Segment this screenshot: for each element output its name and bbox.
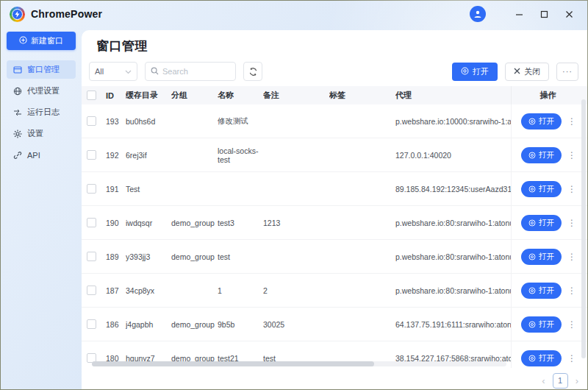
open-selected-label: 打开: [473, 66, 489, 77]
row-open-label: 打开: [539, 319, 554, 330]
page-number-button[interactable]: 1: [553, 373, 568, 389]
refresh-button[interactable]: [243, 62, 262, 81]
cell-cache-dir: iwdqsqr: [126, 219, 171, 227]
titlebar: ChromePower: [1, 1, 587, 27]
row-checkbox[interactable]: [87, 150, 96, 160]
open-selected-button[interactable]: 打开: [452, 63, 498, 81]
more-actions-button[interactable]: ···: [556, 63, 578, 81]
sidebar-item-run-logs[interactable]: 运行日志: [7, 103, 76, 121]
close-button[interactable]: [559, 5, 578, 23]
select-all-checkbox[interactable]: [87, 91, 96, 100]
row-more-button[interactable]: ⋮: [567, 353, 575, 364]
vertical-scrollbar[interactable]: [581, 99, 586, 358]
cell-proxy: 64.137.75.191:6111:srarwiho:atonupx: [395, 320, 511, 329]
search-box: [145, 62, 236, 81]
table-row: 187 34cp8yx 1 2 p.webshare.io:80:srarwih…: [82, 274, 587, 308]
close-selected-label: 关闭: [524, 66, 540, 77]
search-input[interactable]: [162, 67, 230, 76]
cell-id: 186: [99, 320, 126, 329]
header-group: 分组: [171, 90, 218, 101]
row-more-button[interactable]: ⋮: [567, 286, 575, 296]
cell-remark: 30025: [263, 320, 329, 329]
cell-proxy: p.webshare.io:80:srarwiho-1:atonupx: [395, 219, 511, 227]
user-avatar[interactable]: [470, 6, 486, 22]
open-icon: [528, 219, 536, 227]
cell-cache-dir: bu0hs6d: [126, 117, 171, 126]
more-dots-icon: ···: [562, 67, 573, 76]
cell-cache-dir: y393jj3: [126, 252, 171, 261]
cell-group: demo_group: [171, 219, 218, 227]
sidebar-item-label: 窗口管理: [27, 64, 60, 75]
new-window-button[interactable]: 新建窗口: [7, 32, 76, 50]
row-more-button[interactable]: ⋮: [567, 116, 575, 127]
gear-icon: [13, 130, 22, 138]
cell-proxy: 89.185.84.192:12345:userAazd312:pa: [395, 185, 511, 194]
row-open-label: 打开: [539, 150, 554, 160]
row-open-button[interactable]: 打开: [521, 249, 562, 265]
table-row: 190 iwdqsqr demo_group test3 1213 p.webs…: [82, 206, 587, 240]
next-page-button[interactable]: ›: [576, 376, 578, 386]
row-open-label: 打开: [539, 353, 554, 364]
row-open-button[interactable]: 打开: [521, 215, 562, 231]
sidebar-item-proxy-settings[interactable]: 代理设置: [7, 82, 76, 100]
row-open-button[interactable]: 打开: [521, 113, 562, 130]
chevron-down-icon: [125, 67, 132, 76]
row-checkbox[interactable]: [87, 218, 96, 227]
cell-id: 193: [99, 117, 126, 126]
sidebar-item-label: 设置: [27, 128, 43, 139]
row-open-button[interactable]: 打开: [521, 181, 562, 197]
sidebar: 新建窗口 窗口管理 代理设置 运行日志: [1, 27, 82, 389]
sidebar-item-window-management[interactable]: 窗口管理: [7, 60, 76, 79]
window-icon: [13, 65, 22, 74]
filter-select[interactable]: All: [89, 62, 137, 81]
minimize-button[interactable]: [509, 5, 528, 23]
cell-id: 189: [99, 252, 126, 261]
row-more-button[interactable]: ⋮: [567, 319, 575, 330]
row-checkbox[interactable]: [87, 252, 96, 261]
row-more-button[interactable]: ⋮: [567, 150, 575, 160]
close-x-icon: [514, 67, 520, 76]
app-title: ChromePower: [31, 8, 102, 20]
header-cache-dir: 缓存目录: [126, 90, 171, 101]
row-checkbox[interactable]: [87, 184, 96, 194]
cell-proxy: 127.0.0.1:40020: [395, 151, 511, 160]
plus-circle-icon: [19, 36, 27, 46]
sidebar-item-settings[interactable]: 设置: [7, 124, 76, 143]
sidebar-item-label: 运行日志: [27, 107, 60, 118]
table-row: 186 j4gapbh demo_group 9b5b 30025 64.137…: [82, 308, 587, 341]
row-more-button[interactable]: ⋮: [567, 184, 575, 194]
cell-name: local-socks-test: [218, 146, 263, 164]
cell-id: 192: [99, 151, 126, 160]
header-tag: 标签: [329, 90, 395, 101]
open-icon: [528, 185, 536, 193]
page-title: 窗口管理: [82, 30, 587, 54]
table-body: 193 bu0hs6d 修改测试 p.webshare.io:10000:sra…: [82, 104, 587, 368]
row-checkbox[interactable]: [87, 286, 96, 295]
row-open-label: 打开: [539, 218, 554, 228]
cell-id: 187: [99, 286, 126, 295]
cell-actions: 打开 ⋮: [511, 274, 587, 307]
row-open-button[interactable]: 打开: [521, 283, 562, 299]
cell-actions: 打开 ⋮: [511, 341, 587, 368]
horizontal-scrollbar-thumb[interactable]: [92, 361, 374, 366]
toolbar: All 打开: [89, 62, 578, 81]
row-checkbox[interactable]: [87, 116, 96, 126]
row-open-label: 打开: [539, 184, 554, 194]
row-checkbox[interactable]: [87, 319, 96, 329]
row-more-button[interactable]: ⋮: [567, 218, 575, 228]
cell-actions: 打开 ⋮: [511, 240, 587, 273]
cell-actions: 打开 ⋮: [511, 206, 587, 239]
row-open-button[interactable]: 打开: [521, 316, 562, 333]
close-selected-button[interactable]: 关闭: [505, 63, 549, 81]
prev-page-button[interactable]: ‹: [542, 376, 545, 386]
row-more-button[interactable]: ⋮: [567, 252, 575, 262]
cell-name: 修改测试: [218, 116, 263, 127]
table-row: 189 y393jj3 demo_group test p.webshare.i…: [82, 240, 587, 274]
sidebar-item-api[interactable]: API: [7, 146, 76, 164]
row-open-button[interactable]: 打开: [521, 147, 562, 163]
cell-id: 190: [99, 219, 126, 227]
maximize-button[interactable]: [534, 5, 553, 23]
open-icon: [528, 287, 536, 294]
main-panel: 窗口管理 All 打开: [82, 30, 587, 389]
row-open-button[interactable]: 打开: [521, 350, 562, 366]
